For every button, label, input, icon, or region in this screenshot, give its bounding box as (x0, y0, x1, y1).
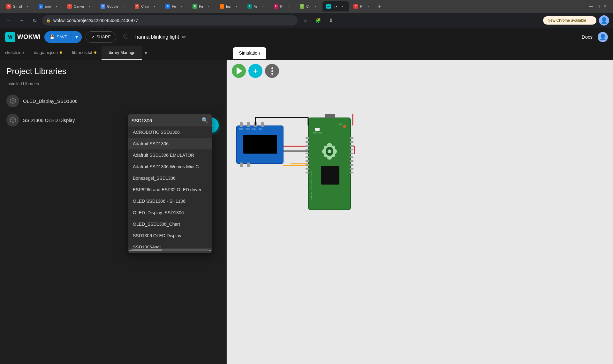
search-result-3[interactable]: Adafruit SSD1306 Wemos Mini C (128, 161, 212, 172)
library-name-1: SSD1306 OLED Display (23, 118, 75, 123)
search-result-2[interactable]: Adafruit SSD1306 EMULATOR (128, 149, 212, 161)
tab-5[interactable]: C Chro × (131, 1, 161, 11)
tab-library-manager[interactable]: Library Manager (102, 46, 142, 60)
tab-bar: G Gmail × p proj × C Canva × G Google × … (0, 0, 613, 13)
tab-close-6[interactable]: × (179, 4, 184, 9)
tab-close-9[interactable]: × (261, 4, 266, 9)
pico-module[interactable]: USB BOOTSEL (308, 118, 351, 210)
user-avatar[interactable]: 👤 (598, 32, 608, 42)
new-chrome-text: New Chrome available (548, 18, 586, 23)
circuit-wires (227, 60, 613, 364)
new-tab-button[interactable]: + (375, 2, 384, 11)
raspberry-pi-logo (321, 141, 338, 162)
tab-sketch[interactable]: sketch.ino (0, 46, 29, 60)
usb-label: USB (338, 123, 342, 125)
search-result-4[interactable]: Bonezegei_SSD1306 (128, 172, 212, 184)
right-panel: + (227, 60, 613, 364)
search-result-7[interactable]: OLED_Display_SSD1306 (128, 207, 212, 218)
svg-point-9 (328, 149, 331, 153)
tab-9[interactable]: A Ar × (244, 1, 269, 11)
favorite-button[interactable]: ♡ (120, 31, 132, 43)
profile-avatar[interactable]: 👤 (599, 15, 609, 26)
share-button[interactable]: ↗ SHARE (86, 31, 116, 43)
header-right: Docs 👤 (582, 32, 608, 42)
logo-text: WOKWI (17, 33, 41, 41)
project-name: hanna blinking light ✏ (135, 34, 186, 40)
search-result-6[interactable]: OLED SSD1306 - SH1106 (128, 195, 212, 207)
new-chrome-banner[interactable]: New Chrome available ⋮ (543, 16, 596, 25)
save-button[interactable]: 💾 SAVE (44, 31, 71, 43)
library-search-input[interactable] (132, 118, 199, 123)
bookmark-button[interactable]: ☆ (300, 15, 310, 26)
tab-4[interactable]: G Google × (97, 1, 130, 11)
tab-gmail[interactable]: G Gmail × (3, 1, 34, 11)
app-header: W WOKWI 💾 SAVE ▾ ↗ SHARE ♡ hanna blinkin… (0, 28, 613, 46)
search-input-row: 🔍 (128, 114, 212, 126)
tab-close-8[interactable]: × (234, 4, 239, 9)
tab-8[interactable]: In Ins × (216, 1, 243, 11)
main-layout: Project Libraries Installed Libraries OL… (0, 60, 613, 364)
browser-extensions-button[interactable]: 🧩 (313, 15, 323, 26)
tab-2[interactable]: p proj × (35, 1, 63, 11)
forward-button[interactable]: → (17, 15, 27, 26)
tab-close-reddit[interactable]: × (366, 4, 371, 9)
refresh-button[interactable]: ↻ (29, 15, 40, 26)
search-icon[interactable]: 🔍 (201, 117, 208, 124)
tabs-dropdown-button[interactable]: ▾ (142, 46, 150, 60)
oled-module[interactable]: GNDVCCSCLSDA (236, 125, 284, 164)
modified-dot-libraries (94, 51, 96, 54)
tab-reddit[interactable]: R R × (350, 1, 375, 11)
bootsel-button[interactable] (315, 128, 320, 131)
search-result-9[interactable]: SSD1306 OLED Display (128, 230, 212, 241)
wokwi-logo: W WOKWI (5, 32, 41, 42)
tab-3[interactable]: C Canva × (64, 1, 96, 11)
search-result-0[interactable]: ACROBOTIC SSD1306 (128, 126, 212, 138)
tab-close-wokwi[interactable]: × (340, 4, 345, 9)
address-bar[interactable]: 🔒 wokwi.com/projects/422824563457406977 (42, 15, 298, 26)
tab-close-11[interactable]: × (313, 4, 318, 9)
download-button[interactable]: ⬇ (326, 15, 336, 26)
file-tabs: sketch.ino diagram.json libraries.txt Li… (0, 46, 613, 60)
tab-close-5[interactable]: × (152, 4, 157, 9)
tab-libraries[interactable]: libraries.txt (67, 46, 102, 60)
search-result-1[interactable]: Adafruit SSD1306 (128, 138, 212, 149)
tab-6[interactable]: F Fe × (162, 1, 188, 11)
search-result-5[interactable]: ESP8266 and ESP32 OLED driver (128, 184, 212, 195)
tab-7[interactable]: F Fa × (189, 1, 215, 11)
minimize-button[interactable]: ─ (589, 3, 593, 10)
tab-close-2[interactable]: × (54, 4, 59, 9)
dropdown-scrollbar[interactable]: ◀ ▶ (128, 248, 212, 253)
tab-10[interactable]: Pi Pi × (270, 1, 296, 11)
save-button-group[interactable]: 💾 SAVE ▾ (44, 31, 82, 43)
bootsel-label: BOOTSEL (313, 132, 322, 134)
docs-link[interactable]: Docs (582, 34, 593, 40)
library-name-0: OLED_Display_SSD1306 (23, 98, 78, 104)
search-result-10[interactable]: SSD1306Ascii (128, 241, 212, 248)
tab-diagram[interactable]: diagram.json (29, 46, 67, 60)
library-icon-0 (6, 95, 19, 107)
back-button[interactable]: ← (4, 15, 14, 26)
oled-screen (243, 135, 277, 154)
edit-project-name-button[interactable]: ✏ (182, 34, 186, 40)
tab-close-4[interactable]: × (121, 4, 126, 9)
tab-11[interactable]: Ci Ci × (296, 1, 322, 11)
left-panel: Project Libraries Installed Libraries OL… (0, 60, 227, 364)
installed-libraries-label: Installed Libraries (6, 81, 220, 86)
scroll-track (131, 249, 209, 251)
tab-close-10[interactable]: × (286, 4, 291, 9)
maximize-button[interactable]: □ (597, 4, 599, 9)
logo-icon: W (5, 32, 15, 42)
simulation-tab[interactable]: Simulation (233, 47, 266, 59)
tab-wokwi[interactable]: w h × × (322, 1, 349, 11)
close-window-button[interactable]: × (603, 3, 607, 10)
tab-close-gmail[interactable]: × (25, 4, 30, 9)
save-dropdown-arrow[interactable]: ▾ (72, 31, 82, 43)
scroll-thumb (131, 249, 162, 251)
tab-close-7[interactable]: × (206, 4, 211, 9)
save-icon: 💾 (49, 34, 55, 39)
modified-dot-diagram (60, 51, 62, 54)
address-bar-row: ← → ↻ 🔒 wokwi.com/projects/4228245634574… (0, 13, 613, 28)
search-result-8[interactable]: OLED_SSD1306_Chart (128, 218, 212, 230)
main-chip (321, 166, 339, 185)
tab-close-3[interactable]: × (87, 4, 92, 9)
